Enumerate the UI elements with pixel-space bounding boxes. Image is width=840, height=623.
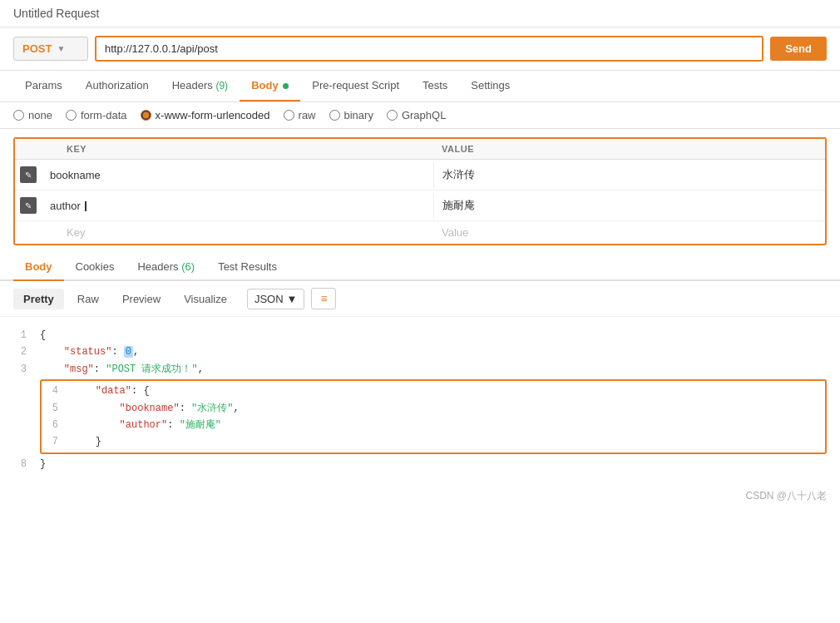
params-table: KEY VALUE ✎ bookname 水浒传 ✎ author 施耐庵 Ke… [13,137,827,245]
code-content: "author": "施耐庵" [72,417,822,433]
radio-none[interactable]: none [13,109,52,121]
code-line-3: 3 "msg": "POST 请求成功！", [13,361,827,378]
line-number: 8 [13,456,40,472]
col-key-header: KEY [23,144,442,154]
response-toolbar: Pretty Raw Preview Visualize JSON ▼ ≡ [0,281,840,317]
code-area: 1 { 2 "status": 0, 3 "msg": "POST 请求成功！"… [0,317,840,482]
response-tab-body[interactable]: Body [13,254,64,281]
line-number: 1 [13,327,40,344]
table-row: ✎ bookname 水浒传 [15,160,825,190]
row-value-1[interactable]: 水浒传 [434,161,826,189]
line-number: 5 [45,400,72,417]
response-tab-headers[interactable]: Headers (6) [126,254,206,281]
tab-tests[interactable]: Tests [411,71,459,101]
radio-graphql[interactable]: GraphQL [387,109,446,121]
method-select[interactable]: POST ▼ [13,37,88,61]
col-value-header: VALUE [442,144,817,154]
code-line-4: 4 "data": { [45,383,822,399]
headers-badge: (9) [215,80,228,91]
resp-raw-btn[interactable]: Raw [67,289,109,309]
line-number: 2 [13,344,40,360]
row-enabled-icon-1: ✎ [20,166,37,183]
watermark: CSDN @八十八老 [0,482,840,510]
code-line-8: 8 } [13,456,827,472]
code-line-6: 6 "author": "施耐庵" [45,417,822,433]
code-content: "data": { [72,383,822,399]
row-checkbox-2[interactable]: ✎ [15,190,42,220]
send-button[interactable]: Send [770,37,827,61]
tab-params[interactable]: Params [13,71,74,101]
empty-value[interactable]: Value [442,226,817,239]
chevron-down-icon: ▼ [57,44,65,53]
radio-formdata[interactable]: form-data [66,109,127,121]
radio-raw[interactable]: raw [284,109,316,121]
code-content: { [40,327,827,344]
response-tabs: Body Cookies Headers (6) Test Results [0,254,840,281]
radio-urlencoded[interactable]: x-www-form-urlencoded [141,109,270,121]
code-content: "status": 0, [40,344,827,360]
line-number: 6 [45,417,72,433]
tab-settings[interactable]: Settings [459,71,521,101]
params-table-header: KEY VALUE [15,139,825,160]
table-row: ✎ author 施耐庵 [15,190,825,221]
empty-key[interactable]: Key [23,226,442,239]
row-key-1[interactable]: bookname [42,162,434,188]
resp-visualize-btn[interactable]: Visualize [174,289,237,309]
response-headers-badge: (6) [181,260,195,273]
code-line-7: 7 } [45,433,822,450]
code-content: "bookname": "水浒传", [72,400,822,417]
cursor [85,201,86,211]
request-tabs: Params Authorization Headers (9) Body Pr… [0,71,840,102]
code-content: "msg": "POST 请求成功！", [40,361,827,378]
wrap-icon: ≡ [320,292,327,305]
line-number: 4 [45,383,72,399]
wrap-button[interactable]: ≡ [311,288,336,309]
url-input[interactable] [105,42,754,55]
row-enabled-icon-2: ✎ [20,197,37,214]
tab-headers[interactable]: Headers (9) [161,71,240,101]
highlighted-block: 4 "data": { 5 "bookname": "水浒传", 6 "auth… [40,379,827,454]
resp-preview-btn[interactable]: Preview [112,289,170,309]
code-line-5: 5 "bookname": "水浒传", [45,400,822,417]
row-key-2[interactable]: author [42,193,434,219]
radio-binary[interactable]: binary [329,109,373,121]
tab-body[interactable]: Body [240,71,300,101]
code-line-1: 1 { [13,327,827,344]
code-content: } [40,456,827,472]
empty-row: Key Value [15,221,825,244]
row-value-2[interactable]: 施耐庵 [434,191,826,220]
page-title: Untitled Request [0,0,840,27]
line-number: 3 [13,361,40,378]
body-type-row: none form-data x-www-form-urlencoded raw… [0,102,840,129]
tab-authorization[interactable]: Authorization [74,71,161,101]
response-tab-cookies[interactable]: Cookies [64,254,126,281]
method-label: POST [22,42,52,55]
code-content: } [72,433,822,450]
format-select[interactable]: JSON ▼ [247,289,305,309]
body-active-dot [283,83,289,89]
row-checkbox-1[interactable]: ✎ [15,160,42,190]
url-input-wrapper [95,36,763,62]
response-tab-testresults[interactable]: Test Results [206,254,289,281]
resp-pretty-btn[interactable]: Pretty [13,289,64,309]
chevron-down-icon: ▼ [287,293,298,305]
url-bar: POST ▼ Send [0,27,840,71]
tab-prerequest[interactable]: Pre-request Script [300,71,411,101]
code-line-2: 2 "status": 0, [13,344,827,360]
line-number: 7 [45,433,72,450]
